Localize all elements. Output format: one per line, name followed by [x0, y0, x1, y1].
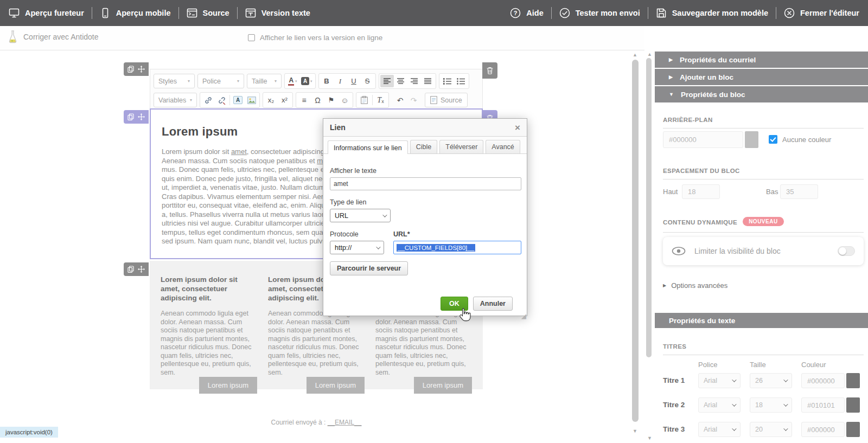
cancel-button[interactable]: Annuler — [473, 297, 513, 311]
background-color-input[interactable]: #000000 — [663, 131, 743, 148]
top-toolbar-left: Aperçu fureteur Aperçu mobile Source Ver… — [9, 7, 310, 19]
size-combo[interactable]: Taille▾ — [247, 74, 282, 88]
italic-button[interactable]: I — [334, 75, 347, 87]
column-3-button[interactable]: Lorem ipsum — [414, 377, 472, 394]
title1-color-swatch[interactable] — [846, 373, 860, 388]
scroll-up-icon[interactable]: ▲ — [633, 52, 637, 57]
superscript-button[interactable]: x² — [278, 94, 291, 106]
strikethrough-button[interactable]: S — [361, 75, 374, 87]
antidote-button[interactable]: Corriger avec Antidote — [8, 30, 99, 44]
panel-add-block[interactable]: ▶ Ajouter un bloc — [655, 69, 868, 85]
title1-size-select[interactable]: 26 — [750, 373, 792, 388]
canvas-scrollbar-thumb[interactable] — [632, 60, 639, 422]
align-left-button[interactable] — [380, 75, 394, 87]
protocol-select[interactable]: http:// — [330, 241, 384, 254]
text-color-button[interactable]: A▾ — [286, 75, 299, 87]
subscript-button[interactable]: x₂ — [264, 94, 278, 106]
column-1-button[interactable]: Lorem ipsum — [199, 377, 257, 394]
move-block-icon[interactable] — [138, 113, 145, 120]
numbered-list-button[interactable] — [441, 75, 454, 87]
browser-preview-button[interactable]: Aperçu fureteur — [9, 8, 84, 18]
display-text-input[interactable] — [330, 177, 521, 190]
insert-button-element-button[interactable]: A — [231, 94, 245, 106]
styles-combo[interactable]: Styles▾ — [154, 74, 195, 88]
background-color-button[interactable]: A▾ — [299, 75, 314, 87]
sidebar-scroll-down-icon[interactable]: ▼ — [647, 435, 652, 441]
align-justify-button[interactable] — [421, 75, 435, 87]
move-block-icon[interactable] — [138, 266, 145, 273]
canvas-scrollbar[interactable]: ▲ ▼ — [630, 50, 640, 443]
move-block-icon[interactable] — [138, 66, 145, 73]
bullet-list-button[interactable] — [454, 75, 468, 87]
spacing-top-input[interactable]: 18 — [682, 184, 720, 199]
browse-server-button[interactable]: Parcourir le serveur — [330, 261, 408, 275]
delete-block-button[interactable] — [482, 62, 497, 79]
panel-block-properties[interactable]: ▼ Propriétés du bloc — [655, 86, 868, 102]
duplicate-block-icon[interactable] — [127, 266, 134, 273]
column-2-button[interactable]: Lorem ipsum — [307, 377, 365, 394]
insert-link-button[interactable] — [201, 94, 215, 106]
ok-button[interactable]: OK — [441, 297, 468, 311]
dialog-titlebar[interactable]: Lien × — [323, 119, 527, 137]
no-color-checkbox[interactable] — [769, 135, 777, 144]
help-button[interactable]: ? Aide — [510, 8, 543, 18]
amet-link[interactable]: amet — [231, 147, 247, 156]
align-right-button[interactable] — [407, 75, 421, 87]
anchor-flag-button[interactable]: ⚑ — [324, 94, 338, 106]
align-center-button[interactable] — [394, 75, 407, 87]
special-char-button[interactable]: Ω — [311, 94, 324, 106]
online-version-option[interactable]: Afficher le lien vers la version en lign… — [248, 34, 382, 42]
dialog-close-button[interactable]: × — [515, 123, 520, 132]
remove-format-button[interactable]: Tx — [374, 94, 387, 106]
close-editor-button[interactable]: Fermer l'éditeur — [784, 8, 859, 18]
panel-text-properties[interactable]: Propriétés du texte — [655, 313, 868, 328]
test-send-button[interactable]: Tester mon envoi — [559, 8, 640, 18]
duplicate-block-icon[interactable] — [127, 113, 134, 120]
tab-link-info[interactable]: Informations sur le lien — [328, 140, 408, 154]
title3-size-select[interactable]: 20 — [750, 422, 792, 437]
online-version-checkbox[interactable] — [248, 34, 255, 41]
font-combo[interactable]: Police▾ — [197, 74, 244, 88]
mobile-preview-button[interactable]: Aperçu mobile — [100, 8, 171, 18]
panel-email-properties[interactable]: ▶ Propriétés du courriel — [655, 52, 868, 68]
undo-button[interactable]: ↶ — [393, 94, 407, 106]
visibility-toggle[interactable] — [838, 246, 855, 256]
source-button[interactable]: Source — [187, 8, 229, 18]
paste-button[interactable] — [358, 94, 371, 106]
url-input[interactable]: __CUSTOM_FIELDS[80]__ — [393, 241, 521, 254]
insert-image-button[interactable] — [245, 94, 258, 106]
title3-color-swatch[interactable] — [846, 422, 860, 437]
title2-color-input[interactable]: #010101 — [801, 397, 845, 413]
bold-button[interactable]: B — [320, 75, 334, 87]
text-version-button[interactable]: Version texte — [245, 8, 310, 18]
title2-size-select[interactable]: 18 — [750, 397, 792, 413]
scroll-down-icon[interactable]: ▼ — [633, 428, 637, 434]
titles-section-title: TITRES — [663, 343, 864, 355]
remove-link-button[interactable] — [215, 94, 228, 106]
redo-button[interactable]: ↷ — [407, 94, 420, 106]
sidebar-scrollbar-thumb[interactable] — [646, 58, 652, 357]
background-color-swatch[interactable] — [745, 131, 758, 148]
save-template-button[interactable]: Sauvegarder mon modèle — [656, 8, 768, 18]
title1-font-select[interactable]: Arial — [698, 373, 741, 388]
title1-color-input[interactable]: #000000 — [801, 373, 845, 388]
link-type-select[interactable]: URL — [330, 209, 391, 222]
dialog-resize-grip[interactable]: ◢ — [521, 312, 526, 320]
email-link[interactable]: __EMAIL__ — [328, 419, 362, 426]
variables-combo[interactable]: Variables▾ — [154, 93, 197, 107]
title3-font-select[interactable]: Arial — [698, 422, 741, 437]
tab-target[interactable]: Cible — [410, 140, 438, 153]
spacing-bottom-input[interactable]: 35 — [780, 184, 818, 199]
sidebar-scroll-up-icon[interactable]: ▲ — [647, 52, 652, 57]
title2-color-swatch[interactable] — [846, 397, 860, 413]
smiley-button[interactable]: ☺ — [338, 94, 352, 106]
advanced-options-toggle[interactable]: ▶ Options avancées — [663, 281, 727, 290]
underline-button[interactable]: U — [347, 75, 361, 87]
duplicate-block-icon[interactable] — [127, 66, 134, 73]
horizontal-rule-button[interactable]: ≡ — [297, 94, 311, 106]
tab-advanced[interactable]: Avancé — [486, 140, 520, 153]
title2-font-select[interactable]: Arial — [698, 397, 741, 413]
tab-upload[interactable]: Téléverser — [439, 140, 483, 153]
editor-source-button[interactable]: Source — [425, 93, 468, 107]
title3-color-input[interactable]: #000000 — [801, 422, 845, 437]
